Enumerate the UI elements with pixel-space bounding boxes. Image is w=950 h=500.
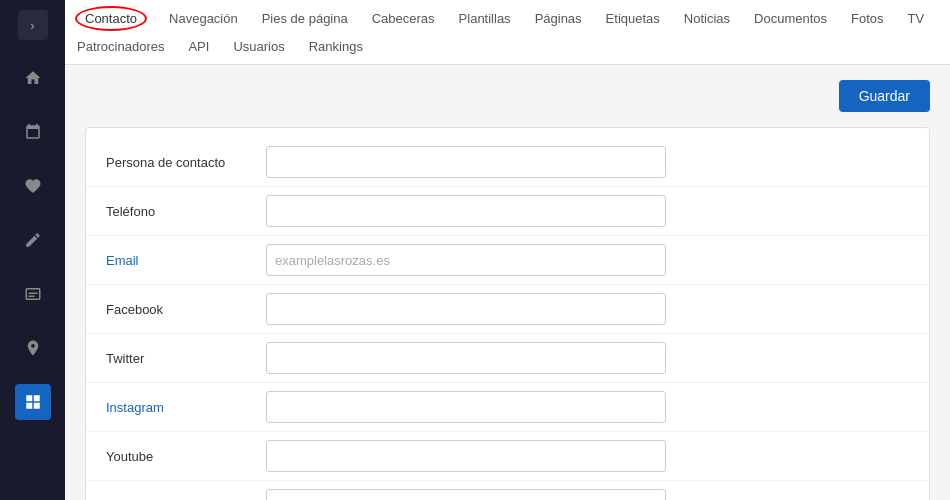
contact-form: Persona de contactoTeléfonoEmailFacebook… — [85, 127, 930, 500]
save-button[interactable]: Guardar — [839, 80, 930, 112]
form-row-facebook: Facebook — [86, 285, 929, 334]
input-telefono[interactable] — [266, 195, 666, 227]
sidebar-icon-card[interactable] — [15, 276, 51, 312]
nav-documentos[interactable]: Documentos — [752, 7, 829, 30]
sidebar-icon-location[interactable] — [15, 330, 51, 366]
sidebar: › — [0, 0, 65, 500]
form-row-linkedin: Linkedin — [86, 481, 929, 500]
label-telefono: Teléfono — [106, 204, 266, 219]
nav-etiquetas[interactable]: Etiquetas — [604, 7, 662, 30]
nav-plantillas[interactable]: Plantillas — [457, 7, 513, 30]
form-row-instagram: Instagram — [86, 383, 929, 432]
nav-contacto[interactable]: Contacto — [75, 6, 147, 31]
nav-paginas[interactable]: Páginas — [533, 7, 584, 30]
form-row-email: Email — [86, 236, 929, 285]
input-instagram[interactable] — [266, 391, 666, 423]
nav-patrocinadores[interactable]: Patrocinadores — [75, 35, 166, 58]
input-twitter[interactable] — [266, 342, 666, 374]
input-facebook[interactable] — [266, 293, 666, 325]
form-row-youtube: Youtube — [86, 432, 929, 481]
nav-rankings[interactable]: Rankings — [307, 35, 365, 58]
sidebar-icon-calendar[interactable] — [15, 114, 51, 150]
nav-navegacion[interactable]: Navegación — [167, 7, 240, 30]
sidebar-icon-heart[interactable] — [15, 168, 51, 204]
page-content: Guardar Persona de contactoTeléfonoEmail… — [65, 65, 950, 500]
label-twitter: Twitter — [106, 351, 266, 366]
nav-usuarios[interactable]: Usuarios — [231, 35, 286, 58]
nav-tv[interactable]: TV — [906, 7, 927, 30]
sidebar-icon-edit[interactable] — [15, 222, 51, 258]
sidebar-toggle[interactable]: › — [18, 10, 48, 40]
input-youtube[interactable] — [266, 440, 666, 472]
form-row-persona-contacto: Persona de contacto — [86, 138, 929, 187]
sidebar-icons — [15, 60, 51, 500]
nav-fotos[interactable]: Fotos — [849, 7, 886, 30]
label-facebook: Facebook — [106, 302, 266, 317]
label-persona-contacto: Persona de contacto — [106, 155, 266, 170]
sidebar-icon-home[interactable] — [15, 60, 51, 96]
sidebar-icon-active[interactable] — [15, 384, 51, 420]
nav-row-1: Contacto Navegación Pies de página Cabec… — [75, 0, 940, 33]
input-persona-contacto[interactable] — [266, 146, 666, 178]
input-email[interactable] — [266, 244, 666, 276]
main-content: Contacto Navegación Pies de página Cabec… — [65, 0, 950, 500]
nav-api[interactable]: API — [186, 35, 211, 58]
nav-pies-de-pagina[interactable]: Pies de página — [260, 7, 350, 30]
form-row-twitter: Twitter — [86, 334, 929, 383]
label-youtube: Youtube — [106, 449, 266, 464]
label-instagram: Instagram — [106, 400, 266, 415]
nav-cabeceras[interactable]: Cabeceras — [370, 7, 437, 30]
label-email: Email — [106, 253, 266, 268]
nav-row-2: Patrocinadores API Usuarios Rankings — [75, 33, 940, 64]
input-linkedin[interactable] — [266, 489, 666, 500]
nav-noticias[interactable]: Noticias — [682, 7, 732, 30]
top-navigation: Contacto Navegación Pies de página Cabec… — [65, 0, 950, 65]
form-row-telefono: Teléfono — [86, 187, 929, 236]
toolbar: Guardar — [85, 80, 930, 112]
